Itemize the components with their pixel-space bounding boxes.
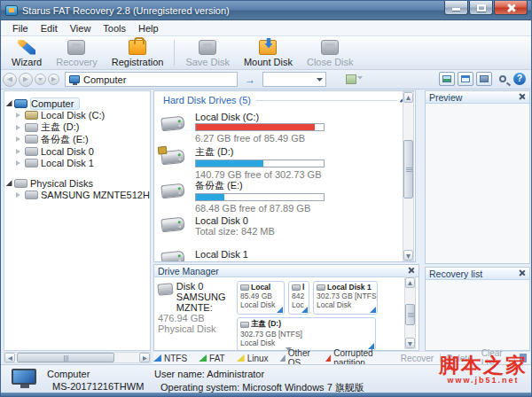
section-header: Hard Disk Drives (5) [154, 91, 415, 107]
search-combo[interactable] [262, 72, 326, 87]
history-dropdown-button[interactable] [35, 74, 46, 85]
search-icon[interactable] [499, 75, 506, 82]
drive-row-c[interactable]: Local Disk (C:) 6.27 GB free of 85.49 GB [161, 112, 415, 141]
recover-button[interactable]: Recover [396, 354, 438, 363]
expander-closed-icon[interactable] [16, 149, 23, 154]
expander-closed-icon[interactable] [16, 136, 23, 142]
tree-label: 备份盘 (E:) [41, 133, 89, 146]
disk-icon [14, 179, 27, 188]
drive-row-disk0[interactable]: Local Disk 0 Total size: 842 MB [161, 213, 415, 242]
expander-closed-icon[interactable] [16, 113, 23, 118]
back-icon [7, 77, 12, 82]
tree-label: Local Disk 1 [41, 158, 94, 168]
tree-item-local-disk-1[interactable]: Local Disk 1 [4, 158, 150, 170]
floppy-icon [480, 75, 489, 82]
status-machine: MS-20171216THWM [52, 381, 144, 392]
tree-label: Computer [30, 97, 80, 110]
drive-row-disk1[interactable]: Local Disk 1 Total size: 302.73 GB [161, 246, 415, 262]
minimize-button[interactable] [444, 1, 468, 15]
physical-disk-info[interactable]: Disk 0 SAMSUNG MZNTE: 476.94 GB Physical… [158, 281, 236, 334]
help-button[interactable]: ? [513, 73, 526, 85]
hard-drive-icon [160, 251, 184, 262]
drive-row-d[interactable]: 主盘 (D:) 140.79 GB free of 302.73 GB [161, 145, 415, 175]
toolbar: Wizard Recovery Registration Save Disk M… [1, 36, 531, 70]
tree-item-computer[interactable]: Computer [4, 97, 150, 110]
expander-closed-icon[interactable] [16, 192, 23, 198]
disk-icon [240, 322, 249, 328]
go-button[interactable]: → [245, 74, 255, 86]
menu-view[interactable]: View [64, 22, 98, 35]
status-user: User name: Administrator [154, 369, 364, 379]
expander-open-icon[interactable] [6, 100, 12, 106]
toggle-preview-button[interactable] [439, 72, 455, 86]
wand-icon [18, 40, 35, 55]
drives-scrollbar[interactable] [403, 91, 414, 261]
menu-file[interactable]: File [6, 22, 35, 35]
menu-tools[interactable]: Tools [97, 22, 132, 35]
tree-item-physical-disks[interactable]: Physical Disks [4, 177, 150, 190]
close-disk-button[interactable]: Close Disk [300, 36, 361, 69]
tree-item-local-disk-0[interactable]: Local Disk 0 [4, 145, 150, 158]
back-button[interactable] [3, 73, 17, 87]
tree-label: Local Disk 0 [41, 146, 94, 157]
wizard-button[interactable]: Wizard [4, 36, 49, 69]
chevron-down-icon [357, 76, 364, 80]
expander-closed-icon[interactable] [16, 125, 23, 130]
chevron-down-icon [38, 78, 43, 82]
section-title: Hard Disk Drives (5) [163, 95, 251, 105]
drive-manager-scrollbar[interactable] [404, 276, 416, 349]
expander-open-icon[interactable] [6, 180, 12, 186]
close-icon[interactable] [407, 266, 416, 275]
save-view-button[interactable] [476, 72, 492, 86]
tree-item-disk-e[interactable]: 备份盘 (E:) [4, 134, 150, 146]
close-icon[interactable] [518, 269, 527, 277]
preview-panel: Preview [425, 90, 530, 264]
location-breadcrumb[interactable]: Computer [65, 72, 238, 87]
save-disk-button[interactable]: Save Disk [178, 36, 237, 69]
tree-item-local-disk-c[interactable]: Local Disk (C:) [4, 110, 150, 122]
tree-item-disk-d[interactable]: 主盘 (D:) [4, 121, 150, 134]
close-button[interactable] [494, 1, 528, 15]
close-disk-icon [321, 40, 339, 55]
combo-dropdown-icon [317, 78, 323, 82]
partition-cards: Local 85.49 GB Local Disk l 842 Loc Loca… [237, 279, 380, 351]
disk-icon [25, 159, 38, 167]
view-options-button[interactable] [346, 74, 366, 84]
ntfs-triangle-icon [153, 354, 161, 362]
close-icon[interactable] [518, 92, 527, 101]
refresh-button[interactable] [48, 74, 59, 85]
panel-icon [461, 75, 470, 82]
tree-scrollbar[interactable] [4, 352, 151, 363]
close-icon [506, 3, 516, 12]
expander-closed-icon[interactable] [16, 160, 23, 166]
forward-button[interactable] [19, 73, 33, 87]
refresh-icon [51, 77, 57, 82]
partition-card-d[interactable]: 主盘 (D:) 302.73 GB [NTFS] Local Disk [237, 317, 376, 351]
partition-card-c[interactable]: Local 85.49 GB Local Disk [237, 281, 285, 315]
app-window: Starus FAT Recovery 2.8 (Unregistered ve… [0, 0, 532, 397]
recovery-button[interactable]: Recovery [49, 36, 104, 69]
image-icon [442, 75, 451, 82]
menu-edit[interactable]: Edit [35, 22, 64, 35]
capacity-bar [195, 160, 325, 167]
watermark: 脚本之家 www.jb51.net [439, 356, 528, 385]
toggle-panel-button[interactable] [458, 72, 473, 86]
registration-button[interactable]: Registration [105, 36, 171, 69]
drive-row-e[interactable]: 备份盘 (E:) 68.48 GB free of 87.89 GB [161, 179, 415, 208]
tree-item-samsung-disk[interactable]: SAMSUNG MZNTE512HMJH-000 [4, 190, 150, 202]
window-border [1, 393, 531, 396]
view-options-icon [346, 74, 356, 84]
disk-icon [292, 284, 301, 291]
divider [256, 100, 397, 101]
partition-card-disk1[interactable]: Local Disk 1 302.73 GB [NTFS] Local Disk [313, 281, 378, 315]
menu-help[interactable]: Help [132, 22, 165, 35]
computer-icon [14, 99, 27, 108]
address-bar: Computer → ? [1, 70, 531, 90]
mount-disk-button[interactable]: Mount Disk [237, 36, 300, 69]
maximize-button[interactable] [469, 1, 493, 15]
recovery-icon [67, 40, 85, 55]
folder-tree: Computer Local Disk (C:) 主盘 (D:) 备份盘 (E:… [4, 90, 151, 351]
app-icon [5, 5, 18, 16]
disk-icon [157, 283, 173, 296]
partition-card-small[interactable]: l 842 Loc [288, 281, 309, 315]
